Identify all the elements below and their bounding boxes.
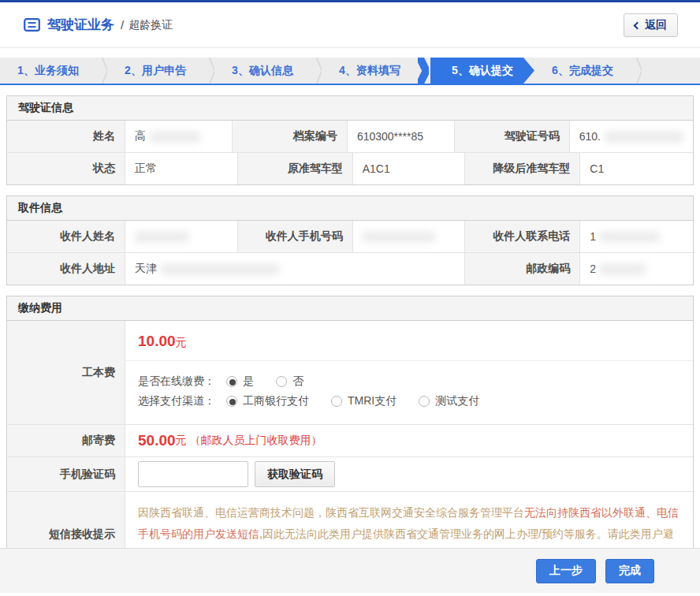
- orig-class-value: A1C1: [353, 153, 466, 184]
- recipient-phone-value: 1: [580, 221, 693, 252]
- pay-channel-question: 选择支付渠道：: [138, 394, 215, 408]
- pickup-section-title: 取件信息: [7, 196, 693, 221]
- card-fee-amount: 10.00元: [125, 321, 693, 361]
- channel-icbc-option[interactable]: 工商银行支付: [226, 394, 309, 408]
- file-no-value: 610300****85: [348, 121, 455, 152]
- table-row: 状态 正常 原准驾车型 A1C1 降级后准驾车型 C1: [7, 152, 693, 184]
- online-pay-question-row: 是否在线缴费： 是 否: [138, 374, 680, 389]
- page-header: 驾驶证业务 / 超龄换证 返回: [0, 2, 700, 48]
- step-6-complete-submit[interactable]: 6、完成提交: [534, 58, 631, 84]
- captcha-row: 手机验证码 获取验证码: [7, 456, 693, 491]
- step-4-fill-data[interactable]: 4、资料填写: [322, 58, 418, 84]
- payment-section: 缴纳费用 工本费 10.00元 是否在线缴费： 是 否: [6, 296, 694, 577]
- pickup-info-section: 取件信息 收件人姓名 收件人手机号码 收件人联系电话 1 收件人地址 天津 邮政…: [6, 196, 694, 285]
- step-separator: [96, 58, 107, 84]
- radio-unchecked-icon[interactable]: [331, 396, 342, 407]
- step-3-confirm-info[interactable]: 3、确认信息: [214, 58, 311, 84]
- step-separator: [631, 58, 642, 84]
- name-label: 姓名: [7, 121, 125, 152]
- prev-step-button[interactable]: 上一步: [536, 559, 596, 583]
- back-button[interactable]: 返回: [624, 13, 678, 37]
- online-pay-yes-label: 是: [243, 374, 254, 389]
- radio-checked-icon[interactable]: [226, 376, 237, 387]
- step-separator: [311, 58, 322, 84]
- mail-fee-label: 邮寄费: [7, 425, 125, 456]
- payment-section-title: 缴纳费用: [7, 296, 693, 321]
- channel-tmri-option[interactable]: TMRI支付: [331, 394, 397, 408]
- back-button-label: 返回: [645, 18, 667, 32]
- mail-fee-row: 邮寄费 50.00元 （邮政人员上门收取费用）: [7, 424, 693, 456]
- redacted-recipient-mobile: [363, 231, 435, 243]
- license-section-title: 驾驶证信息: [7, 96, 693, 121]
- downgraded-class-label: 降级后准驾车型: [465, 153, 580, 184]
- downgraded-class-value: C1: [580, 153, 693, 184]
- table-row: 收件人地址 天津 邮政编码 2: [7, 252, 693, 285]
- step-wizard: 1、业务须知 2、用户申告 3、确认信息 4、资料填写 5、确认提交 6、完成提…: [0, 58, 700, 85]
- license-no-value: 610.: [570, 121, 693, 152]
- online-pay-question: 是否在线缴费：: [138, 374, 215, 389]
- redacted-recipient-name: [135, 231, 188, 243]
- redacted-postal-code: [600, 263, 646, 275]
- postal-code-value: 2: [580, 253, 693, 285]
- recipient-phone-label: 收件人联系电话: [465, 221, 580, 252]
- redacted-license-no: [605, 131, 683, 143]
- step-5-confirm-submit[interactable]: 5、确认提交: [430, 58, 534, 84]
- redacted-recipient-phone: [600, 231, 660, 243]
- wizard-filler: [642, 58, 700, 84]
- captcha-label: 手机验证码: [7, 457, 125, 491]
- recipient-mobile-value: [353, 221, 466, 252]
- name-value: 高: [125, 121, 233, 152]
- recipient-address-label: 收件人地址: [7, 253, 125, 285]
- orig-class-label: 原准驾车型: [238, 153, 353, 184]
- active-step-pointer: [418, 58, 429, 84]
- breadcrumb: 超龄换证: [128, 18, 173, 32]
- step-2-user-declaration[interactable]: 2、用户申告: [107, 58, 203, 84]
- file-no-label: 档案编号: [233, 121, 348, 152]
- online-pay-yes-option[interactable]: 是: [226, 374, 254, 389]
- step-separator: [203, 58, 214, 84]
- online-pay-no-option[interactable]: 否: [276, 374, 303, 389]
- card-fee-label: 工本费: [7, 321, 125, 424]
- recipient-address-value: 天津: [125, 253, 465, 285]
- captcha-input[interactable]: [138, 461, 248, 487]
- recipient-name-label: 收件人姓名: [7, 221, 125, 252]
- card-fee-row: 工本费 10.00元 是否在线缴费： 是 否 选择: [7, 321, 693, 424]
- list-card-icon: [24, 18, 40, 32]
- redacted-recipient-address: [161, 263, 279, 275]
- radio-unchecked-icon[interactable]: [276, 376, 287, 387]
- recipient-mobile-label: 收件人手机号码: [238, 221, 353, 252]
- channel-test-label: 测试支付: [435, 394, 479, 408]
- recipient-name-value: [125, 221, 238, 252]
- table-row: 收件人姓名 收件人手机号码 收件人联系电话 1: [7, 221, 693, 252]
- status-value: 正常: [125, 153, 238, 184]
- breadcrumb-separator: /: [121, 18, 124, 32]
- channel-tmri-label: TMRI支付: [348, 394, 397, 408]
- radio-checked-icon[interactable]: [226, 396, 237, 407]
- page-title: 驾驶证业务: [47, 16, 114, 34]
- radio-unchecked-icon[interactable]: [419, 396, 430, 407]
- chevron-left-icon: [634, 21, 642, 29]
- online-pay-no-label: 否: [292, 374, 303, 389]
- channel-icbc-label: 工商银行支付: [243, 394, 309, 408]
- mail-fee-note: （邮政人员上门收取费用）: [190, 434, 322, 448]
- license-no-label: 驾驶证号码: [455, 121, 570, 152]
- redacted-name: [150, 131, 200, 143]
- step-1-business-notice[interactable]: 1、业务须知: [0, 58, 96, 84]
- postal-code-label: 邮政编码: [465, 253, 580, 285]
- action-footer: 上一步 完成: [0, 548, 700, 593]
- pay-channel-question-row: 选择支付渠道： 工商银行支付 TMRI支付 测试支付: [138, 394, 680, 408]
- license-info-section: 驾驶证信息 姓名 高 档案编号 610300****85 驾驶证号码 610. …: [6, 95, 694, 185]
- finish-button[interactable]: 完成: [605, 559, 654, 583]
- get-code-button[interactable]: 获取验证码: [255, 461, 335, 487]
- table-row: 姓名 高 档案编号 610300****85 驾驶证号码 610.: [7, 121, 693, 152]
- status-label: 状态: [7, 153, 125, 184]
- channel-test-option[interactable]: 测试支付: [419, 394, 479, 408]
- mail-fee-amount: 50.00元 （邮政人员上门收取费用）: [125, 425, 693, 456]
